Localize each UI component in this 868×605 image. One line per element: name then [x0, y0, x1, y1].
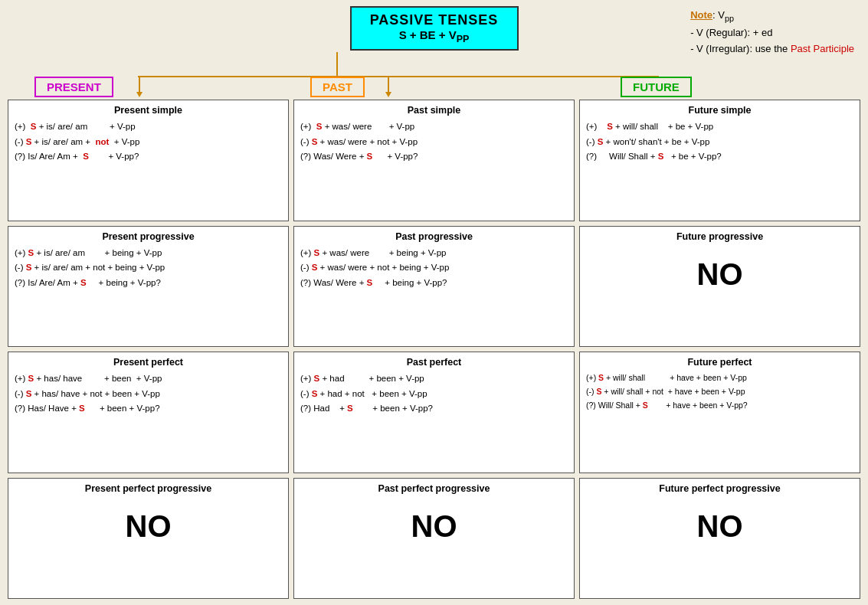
- pp-line2: (-) S + is/ are/ am + not + being + V-pp: [15, 260, 282, 276]
- cell-content-future-perfect: (+) S + will/ shall + have + been + V-pp…: [586, 371, 853, 413]
- cell-title-present-perfect-progressive: Present perfect progressive: [15, 483, 282, 494]
- ps-line2: (-) S + is/ are/ am + not + V-pp: [15, 135, 282, 150]
- present-perfect-progressive-no: NO: [15, 509, 282, 544]
- cell-title-future-perfect: Future perfect: [586, 357, 853, 368]
- main-grid: Present simple (+) S + is/ are/ am + V-p…: [8, 100, 860, 599]
- pastperf-line2: (-) S + had + not + been + V-pp: [300, 387, 568, 402]
- title-main: PASSIVE TENSES: [365, 12, 503, 28]
- page: PASSIVE TENSES S + BE + VPP Note: Vpp - …: [0, 0, 868, 605]
- cell-past-simple: Past simple (+) S + was/ were + V-pp (-)…: [293, 100, 575, 221]
- pasts-line1: (+) S + was/ were + V-pp: [300, 119, 568, 135]
- cell-title-future-perfect-progressive: Future perfect progressive: [586, 483, 853, 494]
- cell-title-past-perfect-progressive: Past perfect progressive: [300, 483, 568, 494]
- note-title: Note: [690, 9, 712, 21]
- ps-line3: (?) Is/ Are/ Am + S + V-pp?: [15, 149, 282, 165]
- past-participle: Past Participle: [791, 43, 854, 54]
- note-line2: - V (Irregular): use the Past Participle: [690, 41, 854, 57]
- cell-present-perfect-progressive: Present perfect progressive NO: [8, 478, 289, 600]
- cell-past-perfect-progressive: Past perfect progressive NO: [293, 478, 575, 600]
- cell-past-progressive: Past progressive (+) S + was/ were + bei…: [293, 226, 575, 348]
- cell-future-simple: Future simple (+) S + will/ shall + be +…: [579, 100, 860, 221]
- pastp-line1: (+) S + was/ were + being + V-pp: [300, 246, 568, 261]
- note-line1: - V (Regular): + ed: [690, 25, 854, 41]
- col-header-present: PRESENT: [34, 77, 113, 97]
- cell-present-perfect: Present perfect (+) S + has/ have + been…: [8, 352, 289, 473]
- pastperf-line1: (+) S + had + been + V-pp: [300, 371, 568, 387]
- cell-title-past-simple: Past simple: [300, 105, 568, 116]
- cell-content-past-progressive: (+) S + was/ were + being + V-pp (-) S +…: [300, 246, 568, 291]
- pp-line3: (?) Is/ Are/ Am + S + being + V-pp?: [15, 276, 282, 291]
- pperf-line3: (?) Has/ Have + S + been + V-pp?: [15, 401, 282, 417]
- fperf-line3: (?) Will/ Shall + S + have + been + V-pp…: [586, 399, 853, 413]
- svg-marker-3: [136, 92, 142, 97]
- fperf-line1: (+) S + will/ shall + have + been + V-pp: [586, 371, 853, 385]
- pp-line1: (+) S + is/ are/ am + being + V-pp: [15, 246, 282, 261]
- pastp-line2: (-) S + was/ were + not + being + V-pp: [300, 260, 568, 276]
- cell-present-simple: Present simple (+) S + is/ are/ am + V-p…: [8, 100, 289, 221]
- cell-content-future-simple: (+) S + will/ shall + be + V-pp (-) S + …: [586, 119, 853, 165]
- cell-future-perfect-progressive: Future perfect progressive NO: [579, 478, 860, 600]
- pastp-line3: (?) Was/ Were + S + being + V-pp?: [300, 276, 568, 291]
- fperf-line2: (-) S + will/ shall + not + have + been …: [586, 385, 853, 399]
- cell-content-present-perfect: (+) S + has/ have + been + V-pp (-) S + …: [15, 371, 282, 417]
- future-progressive-no: NO: [586, 257, 853, 292]
- future-perfect-progressive-no: NO: [586, 509, 853, 544]
- fs-line2: (-) S + won't/ shan't + be + V-pp: [586, 135, 853, 150]
- ps-line1: (+) S + is/ are/ am + V-pp: [15, 119, 282, 135]
- cell-title-present-perfect: Present perfect: [15, 357, 282, 368]
- cell-content-present-progressive: (+) S + is/ are/ am + being + V-pp (-) S…: [15, 246, 282, 291]
- cell-future-progressive: Future progressive NO: [579, 226, 860, 348]
- pasts-line3: (?) Was/ Were + S + V-pp?: [300, 149, 568, 165]
- pastperf-line3: (?) Had + S + been + V-pp?: [300, 401, 568, 417]
- past-perfect-progressive-no: NO: [300, 509, 568, 544]
- cell-past-perfect: Past perfect (+) S + had + been + V-pp (…: [293, 352, 575, 473]
- col-header-future: FUTURE: [621, 77, 692, 97]
- cell-content-present-simple: (+) S + is/ are/ am + V-pp (-) S + is/ a…: [15, 119, 282, 165]
- cell-title-past-progressive: Past progressive: [300, 231, 568, 242]
- cell-present-progressive: Present progressive (+) S + is/ are/ am …: [8, 226, 289, 348]
- pperf-line1: (+) S + has/ have + been + V-pp: [15, 371, 282, 387]
- note-line0: Note: Vpp: [690, 8, 854, 25]
- svg-marker-5: [385, 92, 391, 97]
- title-sub: S + BE + VPP: [365, 28, 503, 44]
- note-box: Note: Vpp - V (Regular): + ed - V (Irreg…: [690, 8, 854, 57]
- fs-line1: (+) S + will/ shall + be + V-pp: [586, 119, 853, 135]
- fs-line3: (?) Will/ Shall + S + be + V-pp?: [586, 149, 853, 165]
- title-box: PASSIVE TENSES S + BE + VPP: [350, 6, 519, 51]
- pasts-line2: (-) S + was/ were + not + V-pp: [300, 135, 568, 150]
- cell-title-future-progressive: Future progressive: [586, 231, 853, 242]
- col-header-past: PAST: [310, 77, 365, 97]
- cell-future-perfect: Future perfect (+) S + will/ shall + hav…: [579, 352, 860, 473]
- pperf-line2: (-) S + has/ have + not + been + V-pp: [15, 387, 282, 402]
- cell-content-past-simple: (+) S + was/ were + V-pp (-) S + was/ we…: [300, 119, 568, 165]
- cell-title-future-simple: Future simple: [586, 105, 853, 116]
- cell-content-past-perfect: (+) S + had + been + V-pp (-) S + had + …: [300, 371, 568, 417]
- cell-title-past-perfect: Past perfect: [300, 357, 568, 368]
- cell-title-present-simple: Present simple: [15, 105, 282, 116]
- cell-title-present-progressive: Present progressive: [15, 231, 282, 242]
